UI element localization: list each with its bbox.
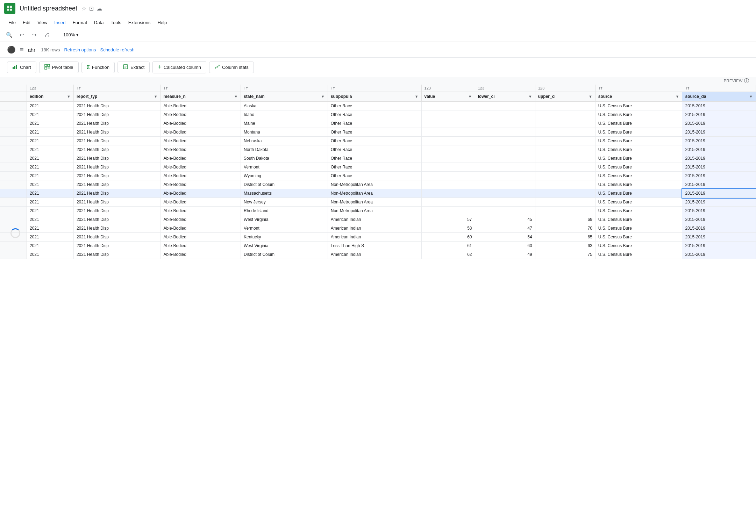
cell-measure_n[interactable]: Able-Bodied	[161, 163, 241, 172]
cell-report_typ[interactable]: 2021 Health Disp	[73, 163, 161, 172]
cell-subpopula[interactable]: American Indian	[328, 215, 421, 224]
cell-source_da[interactable]: 2015-2019	[682, 101, 756, 110]
cell-value[interactable]	[421, 119, 475, 128]
table-row[interactable]: 20212021 Health DispAble-BodiedKentuckyA…	[0, 233, 756, 242]
cell-edition[interactable]: 2021	[27, 128, 74, 137]
cell-value[interactable]	[421, 207, 475, 215]
cell-subpopula[interactable]: Non-Metropolitan Area	[328, 198, 421, 207]
cell-measure_n[interactable]: Able-Bodied	[161, 154, 241, 163]
table-row[interactable]: 20212021 Health DispAble-BodiedMaineOthe…	[0, 119, 756, 128]
table-row[interactable]: 20212021 Health DispAble-BodiedWyomingOt…	[0, 172, 756, 180]
cell-report_typ[interactable]: 2021 Health Disp	[73, 145, 161, 154]
col-header-report[interactable]: report_typ ▼	[73, 92, 161, 102]
cell-subpopula[interactable]: Non-Metropolitan Area	[328, 189, 421, 198]
schedule-refresh-button[interactable]: Schedule refresh	[100, 47, 134, 52]
cell-value[interactable]	[421, 198, 475, 207]
cell-subpopula[interactable]: Other Race	[328, 137, 421, 145]
cell-edition[interactable]: 2021	[27, 189, 74, 198]
zoom-selector[interactable]: 100% ▾	[60, 31, 81, 38]
col-header-source[interactable]: source ▼	[595, 92, 682, 102]
cell-state_nam[interactable]: Vermont	[241, 224, 328, 233]
cell-source_da[interactable]: 2015-2019	[682, 242, 756, 250]
cell-subpopula[interactable]: Other Race	[328, 101, 421, 110]
cell-source[interactable]: U.S. Census Bure	[595, 207, 682, 215]
cell-upper_ci[interactable]	[535, 128, 595, 137]
cell-subpopula[interactable]: Other Race	[328, 119, 421, 128]
cell-measure_n[interactable]: Able-Bodied	[161, 180, 241, 189]
cell-edition[interactable]: 2021	[27, 242, 74, 250]
subpop-filter-icon[interactable]: ▼	[415, 94, 419, 99]
cell-state_nam[interactable]: Alaska	[241, 101, 328, 110]
table-row[interactable]: 20212021 Health DispAble-BodiedAlaskaOth…	[0, 101, 756, 110]
function-button[interactable]: Σ Function	[81, 62, 115, 73]
cell-source[interactable]: U.S. Census Bure	[595, 172, 682, 180]
cell-upper_ci[interactable]	[535, 189, 595, 198]
cell-report_typ[interactable]: 2021 Health Disp	[73, 242, 161, 250]
cell-measure_n[interactable]: Able-Bodied	[161, 207, 241, 215]
cell-state_nam[interactable]: Nebraska	[241, 137, 328, 145]
cell-report_typ[interactable]: 2021 Health Disp	[73, 128, 161, 137]
cell-source_da[interactable]: 2015-2019	[682, 180, 756, 189]
cell-subpopula[interactable]: Non-Metropolitan Area	[328, 207, 421, 215]
cell-state_nam[interactable]: West Virginia	[241, 242, 328, 250]
col-header-sourcedate[interactable]: source_da ▼	[682, 92, 756, 102]
cell-measure_n[interactable]: Able-Bodied	[161, 189, 241, 198]
menu-data[interactable]: Data	[91, 19, 106, 27]
lower-filter-icon[interactable]: ▼	[528, 94, 532, 99]
cell-edition[interactable]: 2021	[27, 233, 74, 242]
edition-filter-icon[interactable]: ▼	[67, 94, 71, 99]
cell-report_typ[interactable]: 2021 Health Disp	[73, 172, 161, 180]
menu-help[interactable]: Help	[155, 19, 170, 27]
cell-edition[interactable]: 2021	[27, 224, 74, 233]
cell-subpopula[interactable]: Less Than High S	[328, 242, 421, 250]
cell-value[interactable]	[421, 180, 475, 189]
cell-state_nam[interactable]: Idaho	[241, 110, 328, 119]
cell-edition[interactable]: 2021	[27, 154, 74, 163]
table-row[interactable]: 20212021 Health DispAble-BodiedDistrict …	[0, 180, 756, 189]
cell-lower_ci[interactable]	[475, 180, 535, 189]
cell-report_typ[interactable]: 2021 Health Disp	[73, 233, 161, 242]
cell-report_typ[interactable]: 2021 Health Disp	[73, 215, 161, 224]
measure-filter-icon[interactable]: ▼	[234, 94, 238, 99]
cell-measure_n[interactable]: Able-Bodied	[161, 119, 241, 128]
cell-edition[interactable]: 2021	[27, 145, 74, 154]
cell-upper_ci[interactable]	[535, 154, 595, 163]
cell-edition[interactable]: 2021	[27, 101, 74, 110]
cell-value[interactable]	[421, 154, 475, 163]
cell-subpopula[interactable]: Other Race	[328, 154, 421, 163]
col-header-value[interactable]: value ▼	[421, 92, 475, 102]
cell-source_da[interactable]: 2015-2019	[682, 250, 756, 259]
value-filter-icon[interactable]: ▼	[468, 94, 472, 99]
menu-extensions[interactable]: Extensions	[126, 19, 154, 27]
cell-upper_ci[interactable]	[535, 198, 595, 207]
cell-source[interactable]: U.S. Census Bure	[595, 233, 682, 242]
cell-state_nam[interactable]: North Dakota	[241, 145, 328, 154]
menu-view[interactable]: View	[35, 19, 50, 27]
cell-subpopula[interactable]: Other Race	[328, 110, 421, 119]
cell-upper_ci[interactable]: 65	[535, 233, 595, 242]
cell-lower_ci[interactable]	[475, 137, 535, 145]
cell-lower_ci[interactable]	[475, 154, 535, 163]
cell-measure_n[interactable]: Able-Bodied	[161, 137, 241, 145]
col-header-lower[interactable]: lower_ci ▼	[475, 92, 535, 102]
cell-measure_n[interactable]: Able-Bodied	[161, 198, 241, 207]
cell-value[interactable]	[421, 172, 475, 180]
cell-edition[interactable]: 2021	[27, 110, 74, 119]
cell-subpopula[interactable]: American Indian	[328, 250, 421, 259]
cloud-icon[interactable]: ☁	[97, 5, 102, 12]
cell-source[interactable]: U.S. Census Bure	[595, 110, 682, 119]
cell-measure_n[interactable]: Able-Bodied	[161, 224, 241, 233]
cell-source_da[interactable]: 2015-2019	[682, 110, 756, 119]
cell-upper_ci[interactable]	[535, 101, 595, 110]
cell-lower_ci[interactable]	[475, 119, 535, 128]
cell-lower_ci[interactable]	[475, 145, 535, 154]
cell-lower_ci[interactable]: 49	[475, 250, 535, 259]
info-icon[interactable]: i	[744, 78, 749, 83]
column-stats-button[interactable]: Column stats	[209, 62, 254, 73]
cell-subpopula[interactable]: Non-Metropolitan Area	[328, 180, 421, 189]
table-row[interactable]: 20212021 Health DispAble-BodiedWest Virg…	[0, 242, 756, 250]
star-icon[interactable]: ☆	[81, 5, 86, 12]
search-icon[interactable]: 🔍	[4, 30, 14, 40]
cell-measure_n[interactable]: Able-Bodied	[161, 242, 241, 250]
cell-measure_n[interactable]: Able-Bodied	[161, 110, 241, 119]
